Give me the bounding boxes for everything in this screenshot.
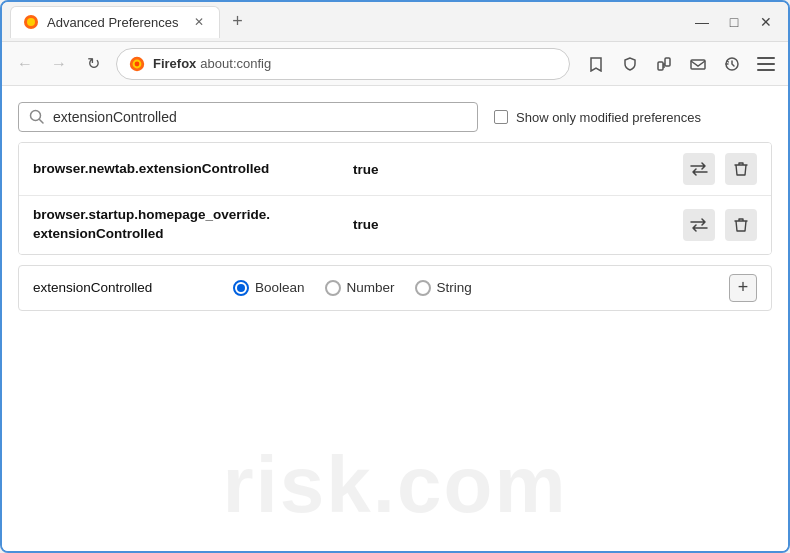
results-table: browser.newtab.extensionControlled true	[18, 142, 772, 255]
history-icon[interactable]	[718, 50, 746, 78]
delete-button[interactable]	[725, 153, 757, 185]
bookmark-icon[interactable]	[582, 50, 610, 78]
number-label: Number	[347, 280, 395, 295]
nav-icons	[582, 50, 780, 78]
search-box[interactable]	[18, 102, 478, 132]
back-button[interactable]: ←	[10, 49, 40, 79]
new-pref-name: extensionControlled	[33, 280, 233, 295]
firefox-tab-icon	[23, 14, 39, 30]
tab-title: Advanced Preferences	[47, 15, 179, 30]
pref-value: true	[353, 162, 683, 177]
browser-tab[interactable]: Advanced Preferences ✕	[10, 6, 220, 38]
address-path: about:config	[200, 56, 271, 71]
string-radio-circle	[415, 280, 431, 296]
delete-button[interactable]	[725, 209, 757, 241]
svg-point-4	[135, 61, 140, 66]
row-actions	[683, 153, 757, 185]
refresh-button[interactable]: ↻	[78, 49, 108, 79]
title-bar: Advanced Preferences ✕ + — □ ✕	[2, 2, 788, 42]
forward-button[interactable]: →	[44, 49, 74, 79]
email-icon[interactable]	[684, 50, 712, 78]
content-area: Show only modified preferences browser.n…	[2, 86, 788, 551]
minimize-button[interactable]: —	[688, 8, 716, 36]
new-pref-row: extensionControlled Boolean Number Strin…	[18, 265, 772, 311]
nav-bar: ← → ↻ Firefox about:config	[2, 42, 788, 86]
pref-name-line1: browser.startup.homepage_override.	[33, 207, 270, 222]
type-radio-group: Boolean Number String	[233, 280, 729, 296]
svg-point-1	[27, 18, 35, 26]
toggle-button[interactable]	[683, 209, 715, 241]
browser-window: Advanced Preferences ✕ + — □ ✕ ← → ↻ Fir…	[0, 0, 790, 553]
svg-rect-5	[658, 62, 663, 70]
tab-close-button[interactable]: ✕	[191, 14, 207, 30]
pref-value: true	[353, 217, 683, 232]
boolean-radio-circle	[233, 280, 249, 296]
string-label: String	[437, 280, 472, 295]
add-pref-button[interactable]: +	[729, 274, 757, 302]
table-row: browser.startup.homepage_override. exten…	[19, 196, 771, 254]
checkbox-label: Show only modified preferences	[516, 110, 701, 125]
pref-name-line2: extensionControlled	[33, 226, 164, 241]
search-input[interactable]	[53, 109, 467, 125]
shield-icon[interactable]	[616, 50, 644, 78]
boolean-radio[interactable]: Boolean	[233, 280, 305, 296]
row-actions	[683, 209, 757, 241]
search-row: Show only modified preferences	[18, 102, 772, 132]
close-button[interactable]: ✕	[752, 8, 780, 36]
maximize-button[interactable]: □	[720, 8, 748, 36]
window-controls: — □ ✕	[688, 8, 780, 36]
extension-icon[interactable]	[650, 50, 678, 78]
search-icon	[29, 109, 45, 125]
pref-name: browser.newtab.extensionControlled	[33, 160, 353, 179]
svg-rect-7	[691, 60, 705, 69]
svg-line-10	[40, 120, 44, 124]
address-bar[interactable]: Firefox about:config	[116, 48, 570, 80]
watermark: risk.com	[222, 439, 567, 531]
show-modified-checkbox[interactable]: Show only modified preferences	[494, 110, 701, 125]
svg-rect-6	[665, 58, 670, 66]
string-radio[interactable]: String	[415, 280, 472, 296]
firefox-logo-icon	[129, 56, 145, 72]
browser-name: Firefox	[153, 56, 196, 71]
boolean-label: Boolean	[255, 280, 305, 295]
new-tab-button[interactable]: +	[224, 8, 252, 36]
number-radio-circle	[325, 280, 341, 296]
toggle-button[interactable]	[683, 153, 715, 185]
menu-icon[interactable]	[752, 50, 780, 78]
address-text: Firefox about:config	[153, 56, 271, 71]
table-row: browser.newtab.extensionControlled true	[19, 143, 771, 196]
pref-name: browser.startup.homepage_override. exten…	[33, 206, 353, 244]
number-radio[interactable]: Number	[325, 280, 395, 296]
checkbox-box	[494, 110, 508, 124]
